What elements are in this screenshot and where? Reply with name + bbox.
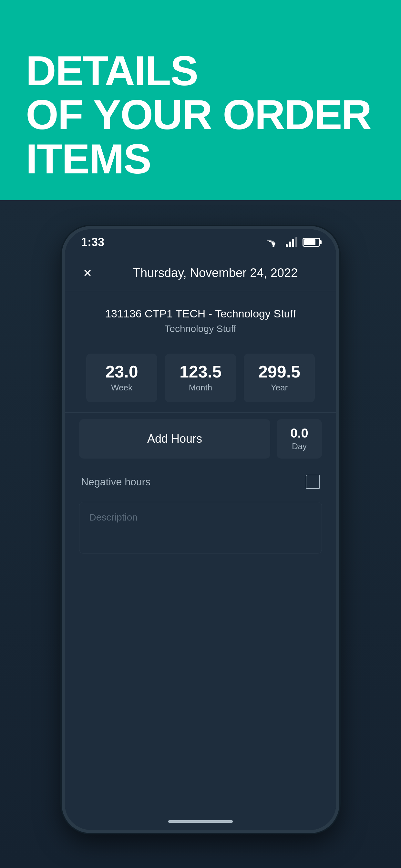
stat-card-year: 299.5 Year [244, 353, 315, 402]
day-display: 0.0 Day [277, 419, 322, 459]
day-label: Day [292, 441, 307, 452]
stat-label-year: Year [271, 383, 288, 393]
hero-text: DETAILS OF YOUR ORDER ITEMS [26, 49, 371, 181]
status-bar: 1:33 [65, 229, 336, 255]
close-button[interactable]: × [79, 265, 96, 281]
svg-point-0 [273, 245, 274, 247]
stat-label-month: Month [189, 383, 212, 393]
hero-line1: DETAILS [26, 47, 197, 94]
stat-card-week: 23.0 Week [86, 353, 157, 402]
signal-icon [286, 237, 297, 247]
stat-label-week: Week [111, 383, 132, 393]
hero-banner: DETAILS OF YOUR ORDER ITEMS [0, 0, 401, 200]
add-hours-button[interactable]: Add Hours [79, 419, 270, 459]
home-indicator [168, 820, 233, 823]
add-hours-section: Add Hours 0.0 Day [65, 413, 336, 465]
stat-value-week: 23.0 [105, 363, 138, 380]
order-title: 131136 CTP1 TECH - Technology Stuff [79, 307, 322, 320]
background-area: 1:33 [0, 200, 401, 868]
hero-line2: OF YOUR ORDER [26, 91, 371, 138]
description-area[interactable]: Description [79, 502, 322, 554]
negative-hours-checkbox[interactable] [306, 475, 320, 489]
hero-line3: ITEMS [26, 135, 151, 182]
close-icon[interactable]: × [83, 266, 92, 280]
order-info: 131136 CTP1 TECH - Technology Stuff Tech… [65, 291, 336, 344]
status-icons [266, 237, 320, 247]
stats-row: 23.0 Week 123.5 Month 299.5 Year [65, 344, 336, 412]
status-time: 1:33 [81, 236, 104, 249]
day-value: 0.0 [290, 427, 308, 439]
stat-value-year: 299.5 [258, 363, 300, 380]
header-title: Thursday, November 24, 2022 [109, 266, 322, 280]
stat-card-month: 123.5 Month [165, 353, 236, 402]
negative-hours-row: Negative hours [65, 465, 336, 499]
battery-icon [303, 238, 320, 247]
description-placeholder: Description [89, 512, 137, 523]
app-content: 131136 CTP1 TECH - Technology Stuff Tech… [65, 291, 336, 830]
phone-shell: 1:33 [62, 226, 339, 833]
app-header: × Thursday, November 24, 2022 [65, 255, 336, 290]
negative-hours-label: Negative hours [81, 476, 150, 488]
wifi-icon [266, 237, 281, 247]
stat-value-month: 123.5 [180, 363, 221, 380]
order-subtitle: Technology Stuff [79, 323, 322, 334]
